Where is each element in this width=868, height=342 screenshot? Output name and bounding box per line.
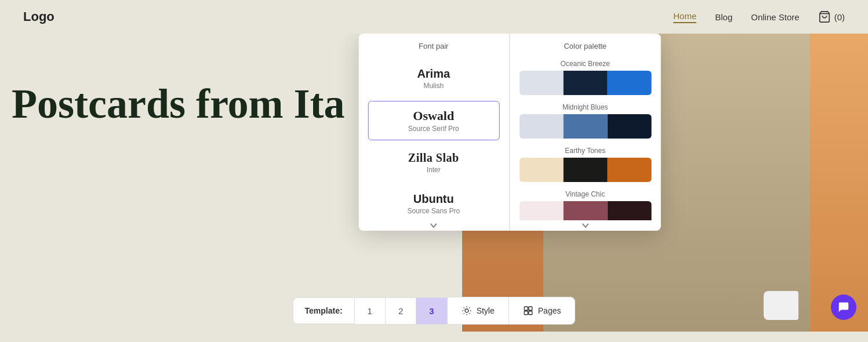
color-panel: Color palette Oceanic Breeze Midnight Bl… [510,34,660,231]
palette-vintage[interactable]: Vintage Chic [519,190,651,220]
svg-rect-3 [529,307,532,310]
font-item-ubuntu[interactable]: Ubuntu Source Sans Pro [368,185,499,220]
font-panel: Font pair Arima Mulish Oswald Source Ser… [358,34,509,231]
palette-oceanic[interactable]: Oceanic Breeze [519,60,651,95]
palette-swatches-earthy [519,158,651,182]
font-name-zilla: Zilla Slab [377,151,489,165]
svg-rect-4 [524,311,528,315]
style-button[interactable]: Style [447,297,509,325]
font-list[interactable]: Arima Mulish Oswald Source Serif Pro Zil… [358,55,509,220]
chat-icon [837,301,850,314]
svg-rect-5 [529,311,532,315]
palette-swatches-oceanic [519,71,651,95]
palette-earthy[interactable]: Earthy Tones [519,147,651,182]
font-name-arima: Arima [377,67,489,81]
swatch-midnight-2 [563,114,607,139]
nav-home[interactable]: Home [673,11,696,23]
svg-rect-2 [524,307,528,310]
swatch-vintage-2 [563,201,607,220]
style-label: Style [477,306,495,315]
chevron-down-icon-color [581,223,589,228]
font-item-arima[interactable]: Arima Mulish [368,60,499,97]
font-name-ubuntu: Ubuntu [377,192,489,206]
pages-label: Pages [538,306,561,315]
hero-text: Postcards from Ita [0,80,345,128]
palette-name-oceanic: Oceanic Breeze [519,60,651,68]
svg-point-1 [465,309,468,312]
font-item-zilla[interactable]: Zilla Slab Inter [368,144,499,181]
swatch-oceanic-3 [607,71,651,95]
swatch-oceanic-2 [563,71,607,95]
pages-icon [523,305,533,316]
style-icon [462,305,472,316]
swatch-earthy-1 [519,158,563,182]
color-panel-title: Color palette [510,34,660,55]
cart-icon [818,10,831,23]
font-panel-title: Font pair [358,34,509,55]
cart-button[interactable]: (0) [818,10,845,23]
template-label: Template: [293,297,354,324]
swatch-midnight-3 [607,114,651,139]
color-scroll-down[interactable] [510,220,660,231]
style-popup: Font pair Arima Mulish Oswald Source Ser… [358,34,660,231]
pages-button[interactable]: Pages [509,297,576,325]
swatch-vintage-1 [519,201,563,220]
nav-store[interactable]: Online Store [751,12,799,22]
nav: Home Blog Online Store (0) [673,10,845,23]
header: Logo Home Blog Online Store (0) [0,0,868,34]
chat-button[interactable] [831,294,856,320]
palette-midnight[interactable]: Midnight Blues [519,103,651,139]
color-list[interactable]: Oceanic Breeze Midnight Blues [510,55,660,220]
font-sub-ubuntu: Source Sans Pro [377,207,489,215]
font-sub-oswald: Source Serif Pro [377,125,489,133]
template-num-3[interactable]: 3 [416,297,446,325]
palette-name-midnight: Midnight Blues [519,103,651,111]
template-num-2[interactable]: 2 [385,297,416,325]
palette-name-earthy: Earthy Tones [519,147,651,155]
font-scroll-down[interactable] [358,220,509,231]
font-item-oswald[interactable]: Oswald Source Serif Pro [368,101,499,140]
cart-count: (0) [834,12,845,22]
swatch-vintage-3 [607,201,651,220]
nav-blog[interactable]: Blog [715,12,732,22]
palette-swatches-vintage [519,201,651,220]
font-sub-zilla: Inter [377,166,489,174]
logo: Logo [23,9,55,24]
bottom-bar: Template: 1 2 3 Style Pages [0,290,868,332]
font-name-oswald: Oswald [377,108,489,123]
font-sub-arima: Mulish [377,82,489,90]
swatch-oceanic-1 [519,71,563,95]
main-area: Postcards from Ita Font pair Arima Mulis… [0,34,868,332]
palette-swatches-midnight [519,114,651,139]
palette-name-vintage: Vintage Chic [519,190,651,198]
chevron-down-icon [430,223,438,228]
swatch-earthy-2 [563,158,607,182]
template-num-1[interactable]: 1 [354,297,385,325]
swatch-midnight-1 [519,114,563,139]
swatch-earthy-3 [607,158,651,182]
